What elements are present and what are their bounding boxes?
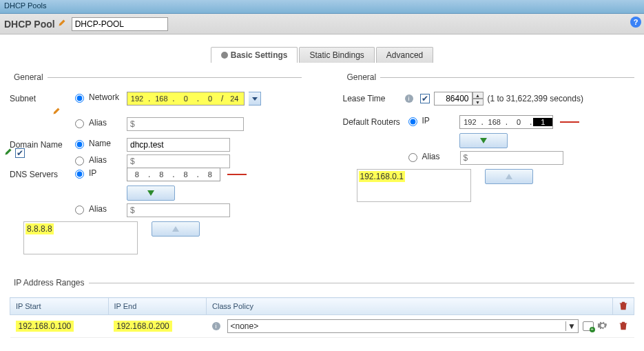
red-annotation-line — [227, 174, 247, 175]
range-end-value: 192.168.0.200 — [114, 321, 172, 332]
gear-icon[interactable] — [598, 321, 607, 332]
col-class-policy[interactable]: Class Policy — [207, 298, 613, 315]
table-row[interactable]: 192.168.0.100 192.168.0.200 i <none> ▼ — [10, 315, 634, 338]
subnet-prefix-dropdown[interactable] — [249, 92, 261, 106]
arrow-up-icon — [172, 226, 179, 232]
lease-time-spinner[interactable]: ▲▼ — [434, 92, 484, 106]
spinner-up[interactable]: ▲ — [472, 92, 484, 99]
lease-time-label: Lease Time — [343, 92, 405, 103]
tab-basic-settings[interactable]: Basic Settings — [211, 47, 298, 63]
tab-advanced[interactable]: Advanced — [376, 47, 433, 63]
red-annotation-line — [560, 121, 579, 123]
dns-list-item[interactable]: 8.8.8.8 — [25, 223, 54, 234]
dns-alias-radio[interactable] — [75, 205, 84, 214]
col-ip-start[interactable]: IP Start — [10, 298, 109, 315]
info-icon[interactable]: i — [405, 94, 413, 103]
left-general-group: General Subnet Network — [10, 72, 302, 257]
trash-icon[interactable] — [619, 323, 628, 332]
header-bar: DHCP Pool ? — [0, 14, 644, 34]
dns-remove-button[interactable] — [152, 221, 200, 237]
domain-name-input[interactable] — [127, 138, 230, 152]
domain-name-radio[interactable] — [75, 140, 84, 149]
subnet-alias-input[interactable] — [127, 117, 244, 131]
dns-ip-radio[interactable] — [75, 170, 84, 179]
subnet-alias-radio[interactable] — [75, 119, 84, 128]
col-delete — [613, 298, 634, 315]
pool-name-input[interactable] — [72, 17, 168, 31]
router-alias-radio[interactable] — [408, 153, 417, 162]
help-icon[interactable]: ? — [630, 17, 641, 28]
dns-alias-input[interactable] — [127, 203, 230, 217]
range-start-value: 192.168.0.100 — [16, 321, 74, 332]
dns-list[interactable]: 8.8.8.8 — [23, 221, 138, 254]
router-remove-button[interactable] — [485, 169, 533, 184]
page-title: DHCP Pool — [4, 19, 55, 30]
subnet-network-radio[interactable] — [75, 94, 84, 103]
window-title: DHCP Pools — [0, 0, 644, 14]
arrow-down-icon — [147, 190, 154, 196]
arrow-down-icon — [480, 138, 487, 143]
lease-hint-text: (1 to 31,622,399 seconds) — [488, 94, 583, 103]
edit-pool-name-icon[interactable] — [58, 19, 66, 29]
table-row — [10, 338, 634, 352]
edit-subnet-icon[interactable] — [52, 108, 61, 117]
domain-alias-radio[interactable] — [75, 157, 84, 166]
subnet-ip-input[interactable]: 192. 168. 0. 0 / 24 — [127, 92, 245, 106]
group-legend: General — [10, 72, 48, 82]
ip-ranges-group: IP Address Ranges IP Start IP End Class … — [10, 278, 634, 351]
domain-enable-checkbox[interactable]: ✔ — [15, 148, 25, 158]
ip-ranges-table: IP Start IP End Class Policy 192.168.0.1… — [10, 297, 634, 351]
add-class-policy-icon[interactable]: + — [583, 321, 594, 331]
tab-static-bindings[interactable]: Static Bindings — [299, 47, 374, 63]
info-dot-icon — [221, 52, 228, 59]
group-legend: IP Address Ranges — [10, 278, 89, 288]
lease-enable-checkbox[interactable]: ✔ — [420, 94, 430, 103]
domain-alias-input[interactable] — [127, 154, 230, 168]
class-policy-select[interactable]: <none> ▼ — [227, 319, 579, 333]
edit-domain-icon[interactable] — [4, 148, 12, 158]
tabs-row: Basic Settings Static Bindings Advanced — [0, 47, 644, 63]
arrow-up-icon — [506, 174, 512, 179]
default-routers-label: Default Routers — [343, 115, 405, 127]
dns-ip-input[interactable]: 8. 8. 8. 8 — [127, 168, 220, 181]
subnet-label: Subnet — [10, 92, 72, 103]
col-ip-end[interactable]: IP End — [108, 298, 207, 315]
right-general-group: General Lease Time i ✔ ▲▼ (1 to 31,622,3… — [343, 72, 635, 205]
router-alias-input[interactable] — [460, 151, 563, 165]
spinner-down[interactable]: ▼ — [472, 99, 484, 106]
info-icon[interactable]: i — [212, 322, 220, 330]
router-list[interactable]: 192.168.0.1 — [357, 169, 471, 202]
router-list-item[interactable]: 192.168.0.1 — [359, 171, 405, 182]
router-add-button[interactable] — [459, 133, 508, 148]
dns-add-button[interactable] — [127, 185, 175, 201]
lease-time-input[interactable] — [434, 92, 472, 106]
trash-icon[interactable] — [619, 303, 628, 312]
router-ip-radio[interactable] — [408, 117, 417, 126]
dhcp-pool-window: DHCP Pools DHCP Pool ? Basic Settings St… — [0, 0, 644, 351]
dns-servers-label: DNS Servers — [10, 168, 72, 179]
group-legend: General — [343, 72, 381, 82]
chevron-down-icon: ▼ — [565, 321, 578, 331]
router-ip-input[interactable]: 192. 168. 0. 1 — [459, 115, 553, 129]
